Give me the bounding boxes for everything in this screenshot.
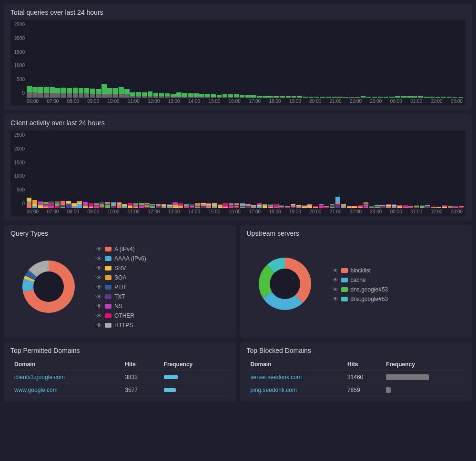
legend-item: 👁SOA [96,274,146,281]
domain-cell[interactable]: clients1.google.com [10,371,121,384]
visibility-toggle-icon[interactable]: 👁 [96,265,102,271]
client-bar-group [352,134,357,208]
client-bar-group [386,134,391,208]
visibility-toggle-icon[interactable]: 👁 [96,312,102,319]
frequency-bar [164,375,178,379]
bar-group [211,24,216,98]
legend-item: 👁PTR [96,284,146,291]
client-bar-group [100,134,104,208]
hits-cell: 3833 [121,371,160,384]
visibility-toggle-icon[interactable]: 👁 [96,322,102,329]
bar-group [44,24,49,98]
client-bar-group [375,134,379,208]
visibility-toggle-icon[interactable]: 👁 [96,255,102,262]
svg-point-1 [33,271,64,302]
top-blocked-card: Top Blocked Domains Domain Hits Frequenc… [240,342,473,401]
client-bar-group [251,134,256,208]
visibility-toggle-icon[interactable]: 👁 [96,303,102,310]
frequency-cell [382,371,466,384]
client-bar-group [190,134,194,208]
bar-group [263,24,268,98]
bar-group [79,24,84,98]
visibility-toggle-icon[interactable]: 👁 [96,246,102,252]
client-bar-group [240,134,245,208]
bar-group [395,24,400,98]
bar-group [314,24,320,98]
page: Total queries over last 24 hours 2500200… [0,0,476,461]
legend-item: 👁OTHER [96,312,146,319]
client-bar-group [369,134,374,208]
client-bar-group [122,134,127,208]
permitted-hits-header: Hits [121,358,160,371]
client-bar-group [105,134,110,208]
client-bar-group [49,134,54,208]
client-bar-group [285,134,290,208]
legend-label: TXT [114,293,125,300]
bar-group [130,24,135,98]
client-bar-group [178,134,183,208]
bar-group [349,24,354,98]
client-bar-group [341,134,346,208]
visibility-toggle-icon[interactable]: 👁 [333,296,338,302]
bar-group [142,24,147,98]
frequency-cell [160,371,230,384]
bar-group [38,24,43,98]
client-bar-group [77,134,82,208]
visibility-toggle-icon[interactable]: 👁 [333,277,338,283]
frequency-cell [382,384,466,397]
domain-cell[interactable]: server.seedonk.com [247,371,344,384]
legend-color-swatch [341,268,348,273]
bar-group [73,24,78,98]
legend-color-swatch [105,323,111,328]
bar-group [32,24,38,98]
bar-group [320,24,325,98]
client-bar-group [245,134,250,208]
query-types-card: Query Types 👁A (IPv4)👁AAAA (IPv6)👁SRV👁SO… [4,225,236,338]
bar-group [240,24,245,98]
client-bar-group [453,134,458,208]
bar-group [245,24,251,98]
legend-label: SRV [114,265,126,271]
domain-cell[interactable]: ping.seedonk.com [247,384,344,397]
bar-group [297,24,303,98]
client-bar-group [83,134,88,208]
bar-group [113,24,118,98]
bar-group [424,24,429,98]
bar-group [361,24,366,98]
legend-color-swatch [105,266,111,271]
legend-item: 👁A (IPv4) [96,246,146,252]
client-bar-group [358,134,363,208]
client-bar-group [380,134,385,208]
legend-label: blocklist [351,267,371,274]
visibility-toggle-icon[interactable]: 👁 [96,284,102,291]
upstream-servers-donut [247,246,323,323]
bar-group [257,24,262,98]
bar-group [84,24,90,98]
legend-color-swatch [105,304,111,309]
bar-group [136,24,141,98]
client-bar-group [279,134,284,208]
upstream-servers-svg [247,246,323,322]
query-types-pie-section: 👁A (IPv4)👁AAAA (IPv6)👁SRV👁SOA👁PTR👁TXT👁NS… [10,241,230,333]
visibility-toggle-icon[interactable]: 👁 [333,267,338,274]
bar-group [286,24,291,98]
client-bar-group [139,134,144,208]
bar-group [50,24,55,98]
client-bar-group [201,134,205,208]
query-types-donut [10,249,87,326]
visibility-toggle-icon[interactable]: 👁 [96,274,102,281]
table-row: server.seedonk.com31460 [247,371,466,384]
hits-cell: 31460 [344,371,382,384]
legend-item: 👁SRV [96,265,146,271]
query-types-title: Query Types [10,230,230,237]
visibility-toggle-icon[interactable]: 👁 [96,293,102,300]
legend-label: PTR [114,284,126,291]
bar-group [309,24,314,98]
domain-cell[interactable]: www.google.com [10,384,121,397]
visibility-toggle-icon[interactable]: 👁 [333,286,338,293]
client-bar-group [223,134,228,208]
bar-group [165,24,170,98]
middle-row: Query Types 👁A (IPv4)👁AAAA (IPv6)👁SRV👁SO… [4,225,472,338]
client-activity-bars [12,134,464,208]
bar-group [332,24,337,98]
